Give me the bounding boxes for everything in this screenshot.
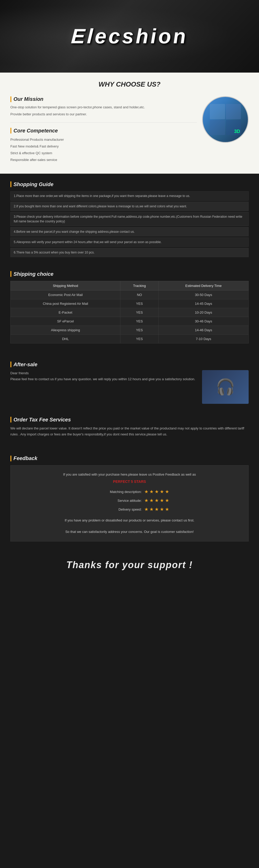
table-cell: YES xyxy=(121,317,159,326)
tax-text: We will declare the parcel lower value. … xyxy=(10,425,249,437)
star-icon: ★ xyxy=(144,489,149,495)
rating-row: Service attitude:★★★★★ xyxy=(19,498,240,503)
tax-heading: Order Tax Fee Services xyxy=(13,417,71,423)
mission-label: Our Mission xyxy=(10,96,197,102)
table-cell: Aliexpress shipping xyxy=(11,326,121,334)
col-tracking: Tracking xyxy=(121,281,159,290)
table-row: DHLYES7-10 Days xyxy=(11,334,249,343)
table-cell: 14-45 Days xyxy=(159,299,249,308)
hero-section: Elecshion xyxy=(0,0,259,72)
table-cell: 10-20 Days xyxy=(159,308,249,317)
table-row: Economic Post Air MailNO30-50 Days xyxy=(11,290,249,299)
feedback-intro: If you are satisfied with your purchase … xyxy=(19,472,240,477)
feedback-section: Feedback If you are satisfied with your … xyxy=(0,447,259,552)
label-bar5 xyxy=(10,362,11,367)
thanks-text: Thanks for your support ! xyxy=(10,560,249,570)
table-cell: YES xyxy=(121,326,159,334)
table-row: E-PacketYES10-20 Days xyxy=(11,308,249,317)
divider xyxy=(10,122,197,123)
mission-heading: Our Mission xyxy=(13,96,43,102)
shopping-guide-label: Shopping Guide xyxy=(10,181,249,187)
aftersale-label: After-sale xyxy=(10,362,249,368)
3d-label: 3D xyxy=(234,129,240,134)
shipping-heading: Shipping choice xyxy=(13,271,53,277)
photo-cell-2 xyxy=(226,104,241,119)
table-header-row: Shipping Method Tracking Estimated Deliv… xyxy=(11,281,249,290)
shipping-section: Shipping choice Shipping Method Tracking… xyxy=(0,269,259,354)
star-icon: ★ xyxy=(150,489,154,495)
label-bar6 xyxy=(10,417,11,423)
core-heading: Core Competence xyxy=(13,128,58,134)
star-icon: ★ xyxy=(150,498,154,503)
label-bar3 xyxy=(10,181,11,187)
star-icon: ★ xyxy=(155,489,159,495)
mission-text1: One-stop solution for tempered glass scr… xyxy=(10,105,197,110)
list-item: Strict & effective QC system xyxy=(10,150,197,157)
table-cell: 30-46 Days xyxy=(159,317,249,326)
star-icon: ★ xyxy=(160,489,164,495)
order-tax-section: Order Tax Fee Services We will declare t… xyxy=(0,414,259,448)
table-row: SF eParcelYES30-46 Days xyxy=(11,317,249,326)
why-choose-us-section: WHY CHOOSE US? Our Mission One-stop solu… xyxy=(0,72,259,174)
shipping-label: Shipping choice xyxy=(10,271,249,277)
feedback-footer2: So that we can satisfactorily address yo… xyxy=(19,529,240,535)
rating-label: Service attitude: xyxy=(90,499,142,502)
shipping-table: Shipping Method Tracking Estimated Deliv… xyxy=(10,281,249,343)
feedback-label: Feedback xyxy=(10,455,249,461)
brand-logo: Elecshion xyxy=(70,25,189,49)
table-cell: 7-10 Days xyxy=(159,334,249,343)
why-title: WHY CHOOSE US? xyxy=(10,80,249,88)
stars: ★★★★★ xyxy=(144,498,169,503)
list-item: Responsible after-sales service xyxy=(10,157,197,163)
table-cell: Economic Post Air Mail xyxy=(11,290,121,299)
rating-row: Delivery speed:★★★★★ xyxy=(19,506,240,512)
star-icon: ★ xyxy=(165,489,169,495)
feedback-footer1: If you have any problem or dissatisfied … xyxy=(19,517,240,523)
star-icon: ★ xyxy=(155,506,159,512)
star-icon: ★ xyxy=(165,498,169,503)
why-text: Our Mission One-stop solution for temper… xyxy=(10,96,202,163)
headset-icon: 🎧 xyxy=(216,378,235,396)
table-row: China post Registered Air MailYES14-45 D… xyxy=(11,299,249,308)
star-icon: ★ xyxy=(160,498,164,503)
table-cell: NO xyxy=(121,290,159,299)
aftersale-body: Please feel free to contact us if you ha… xyxy=(10,376,197,382)
core-list: Professional Products manufacturer Fast … xyxy=(10,136,197,163)
core-label: Core Competence xyxy=(10,128,197,134)
aftersale-heading: After-sale xyxy=(13,362,37,368)
table-cell: SF eParcel xyxy=(11,317,121,326)
feedback-box: If you are satisfied with your purchase … xyxy=(10,465,249,541)
photo-cell-3 xyxy=(210,120,225,135)
mission-text2: Provide better products and services to … xyxy=(10,112,197,117)
table-row: Aliexpress shippingYES14-46 Days xyxy=(11,326,249,334)
why-content: Our Mission One-stop solution for temper… xyxy=(10,96,249,163)
star-icon: ★ xyxy=(155,498,159,503)
col-delivery: Estimated Delivery Time xyxy=(159,281,249,290)
label-bar4 xyxy=(10,271,11,277)
aftersale-content: Dear friends Please feel free to contact… xyxy=(10,370,249,404)
guide-row-3: 3.Please check your delivery information… xyxy=(10,212,249,226)
shopping-guide-heading: Shopping Guide xyxy=(13,181,53,187)
guide-row-2: 2.If you bought item more than one and w… xyxy=(10,202,249,211)
guide-row-4: 4.Before we send the parcel,if you want … xyxy=(10,227,249,236)
table-cell: YES xyxy=(121,299,159,308)
rating-label: Matching description: xyxy=(90,490,142,494)
label-bar2 xyxy=(10,128,11,133)
guide-row-5: 5.Aliexpress will verify your payment wi… xyxy=(10,238,249,247)
table-cell: 30-50 Days xyxy=(159,290,249,299)
rating-label: Delivery speed: xyxy=(90,507,142,512)
col-method: Shipping Method xyxy=(11,281,121,290)
aftersale-greeting: Dear friends xyxy=(10,370,197,376)
aftersale-text: Dear friends Please feel free to contact… xyxy=(10,370,202,382)
table-cell: 14-46 Days xyxy=(159,326,249,334)
star-icon: ★ xyxy=(160,506,164,512)
shopping-guide-section: Shopping Guide 1.Place more than one ord… xyxy=(0,174,259,269)
shipping-table-body: Economic Post Air MailNO30-50 DaysChina … xyxy=(11,290,249,343)
photo-cell-1 xyxy=(210,104,225,119)
thanks-section: Thanks for your support ! xyxy=(0,552,259,583)
aftersale-image: 🎧 xyxy=(202,370,249,404)
guide-row-1: 1.Place more than one order,we will ship… xyxy=(10,191,249,200)
table-cell: E-Packet xyxy=(11,308,121,317)
stars: ★★★★★ xyxy=(144,489,169,495)
star-icon: ★ xyxy=(144,506,149,512)
